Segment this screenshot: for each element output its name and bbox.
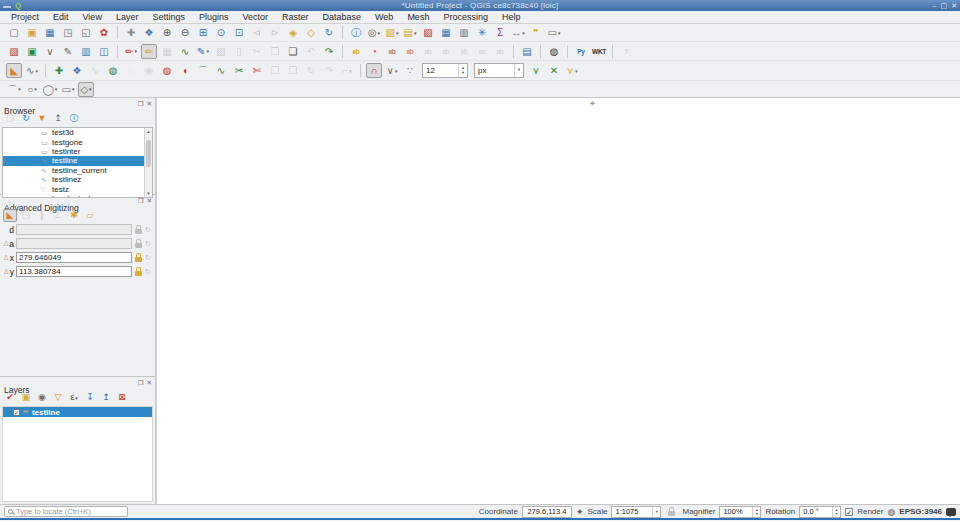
menu-processing[interactable]: Processing (436, 11, 495, 23)
cad-x-lock-button[interactable] (134, 252, 142, 263)
browser-filter-button[interactable]: ▼ (35, 112, 49, 125)
remove-layer-button[interactable]: ⊠ (115, 391, 129, 404)
cad-settings-button[interactable]: ✱ (67, 209, 81, 222)
filter-by-expression-dropdown-icon[interactable]: ▾ (75, 395, 78, 401)
style-manager-button[interactable]: ✿ (96, 25, 112, 40)
open-project-button[interactable]: ▣ (24, 25, 40, 40)
menu-view[interactable]: View (76, 11, 109, 23)
snapping-tolerance[interactable]: 12▲▼ (422, 63, 468, 78)
offset-curve-button[interactable]: ⌒ (195, 63, 211, 78)
browser-collapse-all-button[interactable]: ↥ (51, 112, 65, 125)
zoom-to-selection-button[interactable]: ⊙ (213, 25, 229, 40)
add-group-button[interactable]: ▣ (19, 391, 33, 404)
select-features-dropdown-icon[interactable]: ▾ (396, 30, 399, 36)
show-spatial-bookmarks-button[interactable]: ◇ (303, 25, 319, 40)
rotation-spinbox[interactable]: 0.0 ° ▲▼ (799, 506, 841, 518)
data-source-manager-button[interactable]: ▨ (6, 44, 22, 59)
regular-polygon-2points-button[interactable]: ◇▾ (78, 82, 94, 97)
highlight-pinned-labels-button[interactable]: ab (402, 44, 418, 59)
snapping-tolerance-arrows-icon[interactable]: ▲▼ (458, 64, 467, 77)
pan-map-button[interactable]: ✚ (123, 25, 139, 40)
menu-web[interactable]: Web (368, 11, 400, 23)
scale-dropdown-icon[interactable]: ▼ (652, 507, 660, 517)
trim-extend-dropdown-icon[interactable]: ▾ (349, 68, 352, 74)
messages-icon[interactable] (946, 508, 956, 516)
advdig-close-button[interactable]: ✕ (147, 197, 152, 205)
menu-project[interactable]: Project (4, 11, 46, 23)
minimize-button[interactable]: – (933, 0, 937, 11)
menu-plugins[interactable]: Plugins (192, 11, 236, 23)
toggle-extents-icon[interactable]: ✦ (576, 506, 584, 518)
split-features-button[interactable]: ✂ (231, 63, 247, 78)
browser-float-button[interactable]: ❐ (138, 100, 144, 108)
select-features-by-value-button[interactable]: ▤▾ (402, 25, 418, 40)
vertex-tool-dropdown-icon[interactable]: ▾ (206, 48, 209, 54)
layers-list[interactable]: ✓✏testline (2, 406, 153, 502)
wkt-plugin-button[interactable]: WKT (591, 44, 607, 59)
advdig-float-button[interactable]: ❐ (138, 197, 144, 205)
rectangle-extent-dropdown-icon[interactable]: ▾ (72, 86, 75, 92)
self-snapping-button[interactable]: ∵ (402, 63, 418, 78)
browser-item-testlinez[interactable]: ∿testlinez (41, 175, 152, 184)
layers-close-button[interactable]: ✕ (147, 379, 152, 387)
current-edits-button[interactable]: ✏▾ (123, 44, 139, 59)
scale-lock-button[interactable] (665, 506, 678, 517)
menu-database[interactable]: Database (316, 11, 369, 23)
circle-2points-button[interactable]: ○▾ (24, 82, 40, 97)
browser-item-test3d[interactable]: ▭test3d (41, 128, 152, 137)
copy-move-feature-button[interactable]: ❖ (69, 63, 85, 78)
identify-features-button[interactable]: ⓘ (348, 25, 364, 40)
circular-string-by-radius-button[interactable]: ⌒▾ (6, 82, 22, 97)
refresh-map-button[interactable]: ↻ (321, 25, 337, 40)
open-attribute-table-button[interactable]: ▦ (438, 25, 454, 40)
browser-close-button[interactable]: ✕ (147, 100, 152, 108)
reshape-features-button[interactable]: ∿ (213, 63, 229, 78)
cad-x-input[interactable] (16, 252, 132, 263)
browser-item-testinter[interactable]: ▭testinter (41, 147, 152, 156)
rectangle-extent-button[interactable]: ▭▾ (60, 82, 76, 97)
zoom-out-button[interactable]: ⊖ (177, 25, 193, 40)
open-layer-styling-button[interactable]: ✔ (3, 391, 17, 404)
db-manager-button[interactable]: ▤ (519, 44, 535, 59)
render-checkbox[interactable]: ✓ (845, 508, 853, 516)
paste-features-button[interactable]: ❏ (285, 44, 301, 59)
browser-properties-button[interactable]: ⓘ (67, 112, 81, 125)
layer-item-testline[interactable]: ✓✏testline (3, 407, 152, 417)
metasearch-button[interactable]: ◍ (546, 44, 562, 59)
menu-help[interactable]: Help (495, 11, 528, 23)
measure-line-button[interactable]: ↔▾ (510, 25, 526, 40)
move-feature-button[interactable]: ✚ (51, 63, 67, 78)
coordinate-field[interactable]: 279.6,113.4 (522, 506, 572, 518)
filter-legend-button[interactable]: ▽ (51, 391, 65, 404)
magnifier-spinbox[interactable]: 100% ▲▼ (719, 506, 761, 518)
zoom-in-button[interactable]: ⊕ (159, 25, 175, 40)
python-console-button[interactable]: Py (573, 44, 589, 59)
browser-refresh-button[interactable]: ↻ (19, 112, 33, 125)
layer-diagram-button[interactable]: ◔ (366, 44, 382, 59)
toggle-editing-button[interactable]: ✏ (141, 44, 157, 59)
new-mesh-layer-button[interactable]: ◫ (96, 44, 112, 59)
zoom-to-layer-button[interactable]: ⊡ (231, 25, 247, 40)
browser-item-testz[interactable]: ∵testz (41, 184, 152, 193)
menu-settings[interactable]: Settings (145, 11, 192, 23)
processing-toolbox-button[interactable]: ✳ (474, 25, 490, 40)
menu-layer[interactable]: Layer (109, 11, 146, 23)
add-ring-button[interactable]: ◍ (105, 63, 121, 78)
measure-line-dropdown-icon[interactable]: ▾ (522, 30, 525, 36)
select-features-by-value-dropdown-icon[interactable]: ▾ (414, 30, 417, 36)
browser-item-testgone[interactable]: ▭testgone (41, 137, 152, 146)
delete-ring-button[interactable]: ◍ (159, 63, 175, 78)
open-attribute-table-edited-button[interactable]: ▥ (456, 25, 472, 40)
statistical-summary-button[interactable]: Σ (492, 25, 508, 40)
new-spatial-bookmark-button[interactable]: ◈ (285, 25, 301, 40)
zoom-full-button[interactable]: ⊞ (195, 25, 211, 40)
snapping-mode-button[interactable]: ∨▾ (384, 63, 400, 78)
expand-all-button[interactable]: ↧ (83, 391, 97, 404)
pin-labels-button[interactable]: ab (384, 44, 400, 59)
cad-y-lock-button[interactable] (134, 266, 142, 277)
enable-tracing-button[interactable]: ⋎▾ (564, 63, 580, 78)
maximize-button[interactable]: ▢ (941, 0, 948, 11)
cad-enable-button[interactable]: ◣ (3, 209, 17, 222)
browser-scrollbar[interactable]: ▲ ▼ (144, 128, 152, 197)
new-print-layout-button[interactable]: ◳ (60, 25, 76, 40)
